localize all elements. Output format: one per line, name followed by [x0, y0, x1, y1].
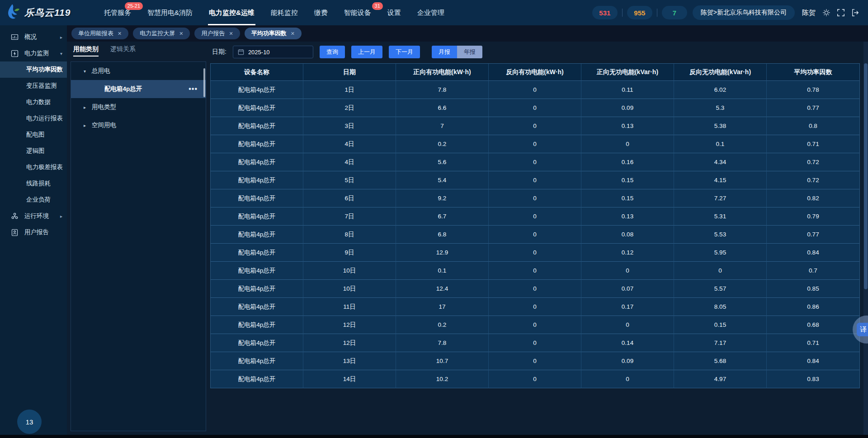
nav-item[interactable]: 能耗监控: [271, 0, 298, 25]
table-cell: 5.4: [396, 171, 489, 189]
query-toolbar: 日期: 2025-10 查询 上一月 下一月 月报年报: [210, 45, 860, 59]
fullscreen-icon[interactable]: [836, 8, 845, 17]
table-cell: 4日: [303, 135, 396, 153]
alert-counter[interactable]: 955: [627, 6, 652, 19]
nav-badge: 31: [372, 2, 383, 10]
nav-item[interactable]: 缴费: [314, 0, 328, 25]
table-cell: 配电箱4p总开: [211, 171, 303, 189]
panel-tab[interactable]: 逻辑关系: [110, 45, 136, 57]
overview-icon: [11, 33, 19, 41]
table-cell: 5.68: [674, 352, 767, 370]
table-row: 配电箱4p总开9日12.900.125.950.84: [211, 244, 859, 262]
tree-collapsed-icon[interactable]: ▸: [84, 105, 86, 110]
tree-node[interactable]: ▾总用电: [71, 62, 206, 80]
period-toggle-option[interactable]: 年报: [457, 46, 482, 58]
table-cell: 7.27: [674, 189, 767, 207]
close-icon[interactable]: ✕: [179, 31, 183, 37]
table-header-cell: 平均功率因数: [767, 64, 859, 81]
nav-item[interactable]: 企业管理: [417, 0, 444, 25]
close-icon[interactable]: ✕: [291, 31, 295, 37]
company-selector[interactable]: 陈贺>新北京乐鸟科技有限公司: [693, 5, 795, 20]
more-icon[interactable]: •••: [189, 85, 198, 93]
table-cell: 5.31: [674, 207, 767, 226]
open-tab[interactable]: 单位用能报表✕: [71, 28, 128, 39]
sidebar-item[interactable]: 运行环境▸: [0, 208, 67, 224]
table-cell: 8日: [303, 226, 396, 244]
sidebar-item[interactable]: 电力监测▾: [0, 45, 67, 61]
open-tab[interactable]: 电力监控大屏✕: [133, 28, 190, 39]
table-row: 配电箱4p总开12日7.800.147.170.71: [211, 334, 859, 352]
period-toggle-active[interactable]: 月报: [432, 46, 457, 58]
table-cell: 配电箱4p总开: [211, 370, 303, 388]
close-icon[interactable]: ✕: [229, 31, 233, 37]
sidebar-subitem[interactable]: 线路损耗: [0, 175, 67, 192]
sidebar-subitem[interactable]: 电力极差报表: [0, 159, 67, 175]
theme-icon[interactable]: [822, 8, 831, 17]
table-header-cell: 反向无功电能(kVar·h): [674, 64, 767, 81]
report-period-toggle: 月报年报: [432, 46, 482, 58]
alert-counters: 5319557: [592, 6, 687, 19]
sidebar-subitem[interactable]: 电力数据: [0, 94, 67, 110]
tree-scrollbar-thumb[interactable]: [203, 68, 205, 97]
next-month-button[interactable]: 下一月: [389, 46, 420, 58]
query-button[interactable]: 查询: [320, 46, 345, 58]
table-cell: 0.85: [767, 280, 859, 298]
nav-item[interactable]: 智慧用电&消防: [147, 0, 193, 25]
nav-item[interactable]: 智能设备31: [344, 0, 371, 25]
prev-month-button[interactable]: 上一月: [351, 46, 382, 58]
table-cell: 0.09: [581, 352, 674, 370]
table-cell: 配电箱4p总开: [211, 99, 303, 117]
tree-node-label: 用电类型: [92, 103, 116, 111]
calendar-icon: [238, 49, 244, 55]
alert-counter[interactable]: 7: [662, 6, 687, 19]
nav-item[interactable]: 托管服务25-21: [104, 0, 131, 25]
sidebar-item-label: 概况: [24, 33, 37, 41]
nav-item[interactable]: 电力监控&运维: [209, 0, 255, 25]
logout-icon[interactable]: [851, 8, 860, 17]
top-navbar: 乐鸟云119 托管服务25-21智慧用电&消防电力监控&运维能耗监控缴费智能设备…: [0, 0, 868, 25]
date-input[interactable]: 2025-10: [233, 46, 313, 58]
table-cell: 0: [489, 81, 581, 99]
sidebar-subitem[interactable]: 企业负荷: [0, 192, 67, 208]
open-tab[interactable]: 用户报告✕: [194, 28, 240, 39]
table-cell: 配电箱4p总开: [211, 135, 303, 153]
panel-tab[interactable]: 用能类别: [73, 45, 99, 57]
nav-item[interactable]: 设置: [387, 0, 401, 25]
sidebar-bottom-badge[interactable]: 13: [17, 410, 42, 434]
content-area: 用能类别逻辑关系 ▾总用电配电箱4p总开•••▸用电类型▸空间用电 日期: 20…: [67, 42, 868, 435]
open-tab[interactable]: 平均功率因数✕: [245, 28, 302, 39]
table-header-row: 设备名称日期正向有功电能(kW·h)反向有功电能(kW·h)正向无功电能(kVa…: [211, 64, 859, 81]
content-scrollbar-thumb[interactable]: [864, 63, 868, 289]
sidebar-item[interactable]: 概况▸: [0, 29, 67, 45]
tree-node[interactable]: ▸空间用电: [71, 116, 206, 134]
sidebar-subitem[interactable]: 配电图: [0, 127, 67, 143]
tree-expanded-icon[interactable]: ▾: [84, 69, 86, 74]
table-header-cell: 反向有功电能(kW·h): [489, 64, 581, 81]
chevron-right-icon: ▸: [60, 214, 62, 219]
sidebar-item[interactable]: 用户报告: [0, 224, 67, 240]
table-cell: 0: [489, 207, 581, 226]
table-cell: 配电箱4p总开: [211, 244, 303, 262]
table-cell: 0: [489, 226, 581, 244]
tree-leaf[interactable]: 配电箱4p总开•••: [71, 80, 206, 98]
content-scrollbar[interactable]: [863, 42, 868, 435]
table-cell: 4.34: [674, 153, 767, 171]
sidebar-subitem[interactable]: 逻辑图: [0, 143, 67, 159]
sidebar-subitem[interactable]: 变压器监测: [0, 78, 67, 94]
sidebar-subitem[interactable]: 平均功率因数: [0, 61, 67, 78]
table-cell: 5.57: [674, 280, 767, 298]
close-icon[interactable]: ✕: [118, 31, 122, 37]
logo[interactable]: 乐鸟云119: [6, 4, 91, 22]
chevron-down-icon: ▾: [60, 51, 62, 56]
tree-collapsed-icon[interactable]: ▸: [84, 123, 86, 128]
table-cell: 0.15: [674, 316, 767, 334]
tree-node[interactable]: ▸用电类型: [71, 98, 206, 116]
table-cell: 0.86: [767, 298, 859, 316]
table-cell: 7.8: [396, 334, 489, 352]
table-cell: 10日: [303, 280, 396, 298]
table-cell: 0: [489, 370, 581, 388]
sidebar-subitem[interactable]: 电力运行报表: [0, 110, 67, 127]
alert-counter[interactable]: 531: [592, 6, 618, 19]
table-cell: 0.79: [767, 207, 859, 226]
table-cell: 0: [581, 262, 674, 280]
